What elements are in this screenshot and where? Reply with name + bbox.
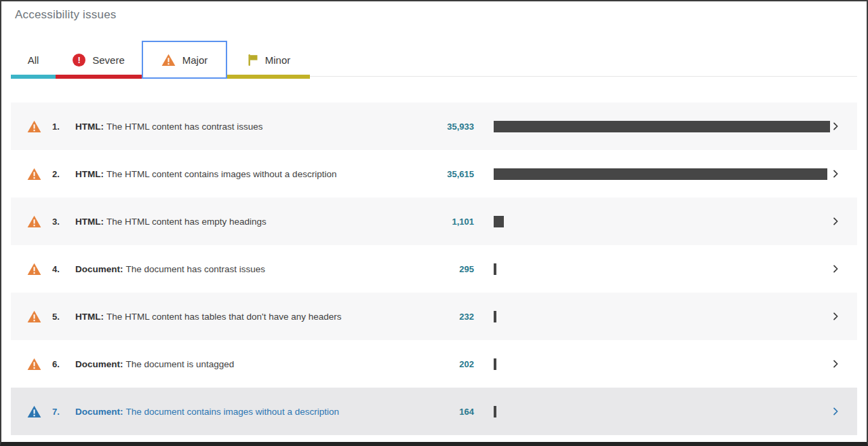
issue-count: 1,101 — [417, 217, 474, 227]
issue-count: 202 — [417, 359, 474, 369]
issue-bar-track — [494, 358, 830, 370]
issue-count: 295 — [417, 264, 474, 274]
issue-label: Document:The document has contrast issue… — [75, 264, 417, 274]
issue-description: The document is untagged — [126, 359, 235, 369]
page-title: Accessibility issues — [15, 8, 867, 22]
issue-bar — [494, 311, 496, 322]
issue-description: The document has contrast issues — [126, 264, 266, 274]
warning-triangle-icon — [27, 215, 41, 228]
issue-row[interactable]: 7. Document:The document contains images… — [11, 388, 857, 435]
issue-category: HTML: — [75, 169, 104, 179]
issue-bar — [494, 406, 496, 417]
tab-all[interactable]: All — [11, 41, 56, 79]
issue-count: 35,933 — [417, 122, 474, 132]
warning-triangle-icon — [27, 310, 41, 323]
tab-major-label: Major — [182, 54, 208, 66]
issue-description: The HTML content contains images without… — [106, 169, 336, 179]
issue-index: 1. — [52, 122, 68, 132]
issue-row[interactable]: 6. Document:The document is untagged 202 — [11, 340, 857, 388]
issue-index: 6. — [52, 359, 68, 369]
issue-index: 3. — [52, 217, 68, 227]
warning-triangle-icon — [27, 168, 41, 181]
issue-index: 2. — [52, 169, 68, 179]
issue-description: The document contains images without a d… — [126, 407, 339, 417]
chevron-right-icon[interactable] — [830, 358, 841, 369]
issue-bar — [494, 121, 830, 132]
issue-bar — [494, 216, 504, 227]
issue-count: 164 — [417, 407, 474, 417]
accessibility-issues-panel: Accessibility issues All ! Severe Major — [0, 0, 868, 446]
flag-icon — [247, 54, 258, 67]
issue-row[interactable]: 1. HTML:The HTML content has contrast is… — [11, 103, 857, 150]
warning-triangle-icon — [27, 405, 41, 418]
warning-triangle-icon — [161, 54, 176, 67]
issue-category: HTML: — [75, 312, 104, 322]
issue-bar-track — [494, 263, 830, 275]
issue-row[interactable]: 2. HTML:The HTML content contains images… — [11, 150, 857, 198]
tab-minor-label: Minor — [265, 54, 291, 66]
issue-count: 232 — [417, 312, 474, 322]
warning-triangle-icon — [27, 120, 41, 133]
issue-row[interactable]: 5. HTML:The HTML content has tables that… — [11, 293, 857, 340]
issue-row[interactable]: 3. HTML:The HTML content has empty headi… — [11, 198, 857, 245]
issue-count: 35,615 — [417, 169, 474, 179]
severe-exclamation-circle-icon: ! — [73, 54, 85, 67]
chevron-right-icon[interactable] — [830, 311, 841, 322]
chevron-right-icon[interactable] — [830, 263, 841, 274]
chevron-right-icon[interactable] — [830, 406, 841, 417]
issue-category: HTML: — [75, 217, 104, 227]
issue-index: 4. — [52, 264, 68, 274]
issue-description: The HTML content has tables that don't h… — [106, 312, 342, 322]
issue-row[interactable]: 4. Document:The document has contrast is… — [11, 245, 857, 293]
issue-description: The HTML content has empty headings — [106, 217, 267, 227]
issue-bar-track — [494, 121, 830, 132]
issue-description: The HTML content has contrast issues — [106, 122, 263, 132]
warning-triangle-icon — [27, 358, 41, 371]
issue-label: HTML:The HTML content has tables that do… — [75, 312, 417, 322]
tabs-divider-line — [310, 76, 857, 77]
severity-tabs: All ! Severe Major Minor — [11, 41, 857, 79]
tab-severe[interactable]: ! Severe — [56, 41, 142, 79]
tab-severe-label: Severe — [92, 54, 125, 66]
issue-bar — [494, 358, 496, 370]
issue-category: Document: — [75, 407, 123, 417]
tab-all-label: All — [28, 54, 39, 66]
issue-bar — [494, 263, 496, 275]
issue-bar-track — [494, 406, 830, 417]
chevron-right-icon[interactable] — [830, 168, 841, 179]
issues-list: 1. HTML:The HTML content has contrast is… — [11, 103, 857, 435]
issue-category: Document: — [75, 359, 123, 369]
issue-index: 7. — [52, 407, 68, 417]
chevron-right-icon[interactable] — [830, 121, 841, 132]
issue-category: Document: — [75, 264, 123, 274]
issue-label: Document:The document is untagged — [75, 359, 417, 369]
issue-label: HTML:The HTML content has contrast issue… — [75, 122, 417, 132]
issue-index: 5. — [52, 312, 68, 322]
issue-bar-track — [494, 216, 830, 227]
warning-triangle-icon — [27, 263, 41, 276]
issue-bar-track — [494, 311, 830, 322]
issue-bar — [494, 168, 827, 180]
issue-label: HTML:The HTML content contains images wi… — [75, 169, 417, 179]
issue-category: HTML: — [75, 122, 104, 132]
tab-minor[interactable]: Minor — [227, 41, 310, 79]
issue-label: Document:The document contains images wi… — [75, 407, 417, 417]
chevron-right-icon[interactable] — [830, 216, 841, 227]
issue-bar-track — [494, 168, 830, 180]
tab-major[interactable]: Major — [142, 41, 227, 79]
issue-label: HTML:The HTML content has empty headings — [75, 217, 417, 227]
